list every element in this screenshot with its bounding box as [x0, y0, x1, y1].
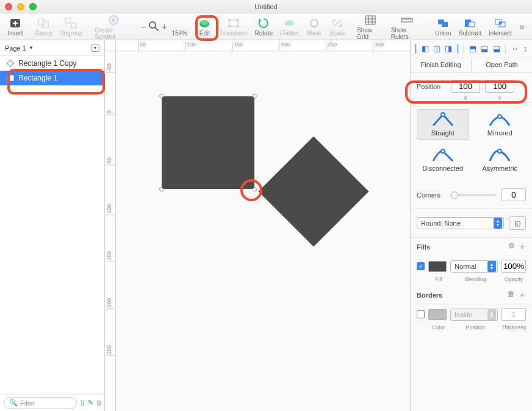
flatten-button[interactable]: Flatten: [276, 16, 303, 37]
border-thickness-input[interactable]: [501, 308, 526, 321]
distribute-v-icon[interactable]: ↕: [523, 44, 528, 53]
gear-icon[interactable]: ⚙: [508, 241, 515, 252]
align-right-icon[interactable]: ◨▕: [445, 44, 458, 53]
create-symbol-button[interactable]: Create Symbol: [91, 13, 136, 40]
zoom-out-button[interactable]: −: [141, 22, 146, 32]
mask-button[interactable]: Mask: [303, 16, 326, 37]
zoom-in-button[interactable]: +: [162, 22, 167, 32]
layer-item[interactable]: Rectangle 1: [0, 71, 104, 85]
edit-button[interactable]: Edit: [193, 16, 216, 37]
finish-editing-button[interactable]: Finish Editing: [411, 57, 472, 72]
vector-handle[interactable]: [253, 187, 257, 191]
page-selector[interactable]: Page 1 ▼ ▾: [0, 40, 104, 56]
svg-rect-24: [258, 136, 368, 246]
svg-rect-4: [71, 23, 76, 28]
scale-button[interactable]: Scale: [326, 16, 349, 37]
vector-handle[interactable]: [159, 187, 164, 191]
subtract-button[interactable]: Subtract: [455, 16, 484, 37]
point-type-disconnected[interactable]: Disconnected: [417, 145, 469, 175]
canvas[interactable]: [116, 51, 410, 411]
vertical-ruler: -50 0 50 100 150 200 250: [105, 51, 116, 411]
svg-point-9: [201, 20, 208, 25]
position-label: Position: [417, 83, 446, 90]
rectangle-shape-icon: [6, 74, 15, 82]
inspector-panel: ▏◧ ◫ ◨▕ | ⬒ ⬓ ⬓ | ↔ ↕ Finish Editing Ope…: [410, 40, 532, 411]
corners-input[interactable]: [501, 188, 526, 201]
open-path-button[interactable]: Open Path: [472, 57, 532, 72]
vector-handle[interactable]: [253, 94, 257, 98]
diamond-shape-icon: [6, 59, 15, 68]
border-enabled-checkbox[interactable]: [417, 310, 425, 318]
fill-opacity-input[interactable]: [501, 260, 526, 273]
page-panel-toggle-icon[interactable]: ▾: [91, 45, 99, 52]
canvas-area: 50 100 150 200 250 300 -50 0 50 100 150 …: [105, 40, 410, 411]
layer-filter-input[interactable]: 🔍 Filter: [4, 397, 77, 409]
distribute-h-icon[interactable]: ↔: [511, 44, 519, 53]
align-bottom-icon[interactable]: ⬓: [493, 44, 500, 53]
svg-point-7: [149, 22, 156, 28]
svg-rect-18: [469, 22, 475, 27]
unused-symbols-icon[interactable]: ▯: [81, 399, 84, 407]
corners-slider[interactable]: [451, 194, 497, 196]
fills-header: Fills: [417, 243, 430, 251]
maximize-window-icon[interactable]: [29, 3, 37, 10]
corners-label: Corners: [417, 191, 446, 199]
align-left-icon[interactable]: ▏◧: [415, 44, 429, 53]
alignment-row: ▏◧ ◫ ◨▕ | ⬒ ⬓ ⬓ | ↔ ↕: [411, 40, 532, 57]
border-color-swatch[interactable]: [428, 309, 447, 320]
show-grid-button[interactable]: Show Grid: [353, 13, 387, 40]
shape-rectangle-1[interactable]: [162, 96, 254, 189]
union-button[interactable]: Union: [431, 16, 455, 37]
insert-button[interactable]: Insert: [4, 16, 27, 37]
border-position-select[interactable]: Inside ▲▼: [450, 309, 498, 321]
slice-tool-icon[interactable]: ✎: [88, 399, 93, 407]
add-fill-icon[interactable]: ＋: [519, 241, 526, 252]
ungroup-button[interactable]: Ungroup: [56, 16, 86, 37]
svg-point-28: [498, 149, 501, 153]
fill-color-swatch[interactable]: [428, 261, 447, 272]
window-title: Untitled: [254, 3, 277, 10]
toolbar-overflow-button[interactable]: »: [516, 21, 528, 32]
align-vcenter-icon[interactable]: ⬓: [481, 44, 488, 53]
svg-point-14: [237, 25, 239, 27]
zoom-control: − +: [136, 21, 171, 33]
align-top-icon[interactable]: ⬒: [469, 44, 476, 53]
corner-options-button[interactable]: ◱: [509, 216, 526, 230]
chevron-down-icon: ▼: [29, 45, 34, 51]
sidebar-bottom-bar: 🔍 Filter ▯ ✎ 0: [0, 394, 104, 411]
select-arrows-icon: ▲▼: [494, 218, 502, 229]
fill-enabled-checkbox[interactable]: ✓: [417, 262, 425, 270]
svg-rect-21: [499, 22, 501, 24]
transform-button[interactable]: Transform: [216, 16, 251, 37]
point-type-asymmetric[interactable]: Asymmetric: [474, 145, 527, 175]
close-window-icon[interactable]: [5, 3, 12, 10]
point-type-straight[interactable]: Straight: [417, 109, 469, 140]
horizontal-ruler: 50 100 150 200 250 300: [116, 40, 410, 51]
unused-count: 0: [97, 399, 101, 407]
select-arrows-icon: ▲▼: [487, 309, 496, 320]
svg-rect-2: [42, 21, 48, 27]
trash-icon[interactable]: 🗑: [508, 290, 515, 300]
select-arrows-icon: ▲▼: [487, 261, 496, 272]
add-border-icon[interactable]: ＋: [519, 290, 526, 300]
rotate-button[interactable]: Rotate: [251, 16, 276, 37]
shape-rectangle-1-copy[interactable]: [246, 124, 381, 259]
point-type-mirrored[interactable]: Mirrored: [474, 109, 527, 140]
group-button[interactable]: Group: [31, 16, 56, 37]
svg-point-6: [112, 18, 115, 22]
round-select[interactable]: Round: None ▲▼: [417, 217, 504, 229]
layer-item[interactable]: Rectangle 1 Copy: [0, 56, 104, 71]
position-x-input[interactable]: [451, 80, 480, 93]
vector-handle[interactable]: [159, 94, 164, 98]
svg-rect-1: [38, 19, 45, 25]
align-hcenter-icon[interactable]: ◫: [433, 44, 440, 53]
show-rulers-button[interactable]: Show Rulers: [387, 13, 427, 40]
blend-mode-select[interactable]: Normal ▲▼: [450, 260, 498, 273]
minimize-window-icon[interactable]: [17, 3, 24, 10]
svg-point-11: [228, 19, 231, 21]
intersect-button[interactable]: Intersect: [485, 16, 516, 37]
position-y-input[interactable]: [485, 80, 514, 93]
layer-list: Rectangle 1 Copy Rectangle 1: [0, 56, 104, 394]
svg-point-15: [284, 20, 294, 26]
svg-point-25: [441, 113, 445, 116]
